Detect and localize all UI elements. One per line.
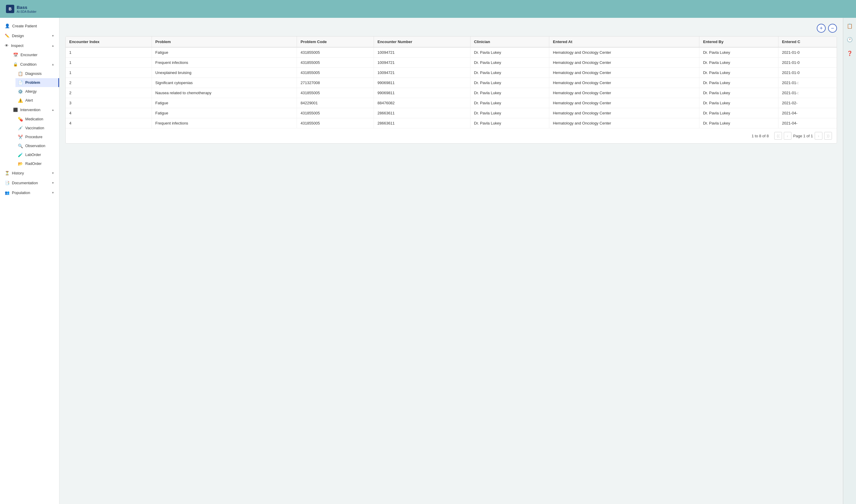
cell-0: 3 (66, 98, 151, 108)
remove-icon: − (831, 25, 834, 32)
cell-2: 84229001 (297, 98, 374, 108)
cell-4: Dr. Pavla Lukey (470, 88, 549, 98)
sidebar-item-laborder[interactable]: 🧪 LabOrder (16, 150, 59, 159)
logo-area: B Bass AI-SDA Builder (6, 5, 37, 13)
cell-4: Dr. Pavla Lukey (470, 58, 549, 68)
sidebar-item-encounter[interactable]: 📅 Encounter (11, 51, 59, 59)
cell-7: 2021-01-0 (778, 47, 837, 58)
pagination-first[interactable]: ⟨⟨ (774, 132, 782, 140)
main-layout: 👤 Create Patient ✏️ Design ▼ 👁 Inspect ▲… (0, 18, 856, 504)
sidebar-item-alert[interactable]: ⚠️ Alert (16, 96, 59, 105)
table-row[interactable]: 2Nausea related to chemotherapy431855005… (66, 88, 837, 98)
right-panel-icon3[interactable]: ❓ (845, 49, 854, 58)
cell-6: Dr. Pavla Lukey (699, 108, 778, 118)
table-container: Encounter Index Problem Problem Code Enc… (65, 36, 837, 144)
app-subtitle: AI-SDA Builder (17, 10, 37, 13)
table-row[interactable]: 4Fatigue43185500528663611Dr. Pavla Lukey… (66, 108, 837, 118)
diagnosis-label: Diagnosis (25, 72, 41, 76)
right-panel-icon2[interactable]: 🕐 (845, 35, 854, 44)
table-row[interactable]: 1Frequent infections43185500510094721Dr.… (66, 58, 837, 68)
cell-1: Unexplained bruising (151, 68, 297, 78)
condition-label: Condition (20, 62, 37, 67)
cell-1: Frequent infections (151, 118, 297, 128)
procedure-label: Procedure (25, 135, 42, 139)
cell-3: 99069811 (374, 88, 470, 98)
sidebar-item-documentation[interactable]: 📑 Documentation ▼ (0, 178, 59, 188)
cell-7: 2021-01-0 (778, 58, 837, 68)
toolbar: + − (65, 24, 837, 33)
alert-label: Alert (25, 98, 33, 103)
sidebar-item-condition[interactable]: 🔒 Condition ▲ (11, 59, 59, 69)
cell-2: 431855005 (297, 118, 374, 128)
population-label: Population (12, 191, 30, 195)
cell-1: Fatigue (151, 108, 297, 118)
right-panel-icon1[interactable]: 📋 (845, 21, 854, 30)
condition-chevron: ▲ (51, 63, 54, 66)
inspect-submenu: 📅 Encounter 🔒 Condition ▲ 📋 Diagnosis 📄 … (0, 51, 59, 168)
table-row[interactable]: 2Significant cytopenias27132700899069811… (66, 78, 837, 88)
table-row[interactable]: 1Unexplained bruising43185500510094721Dr… (66, 68, 837, 78)
radorder-icon: 📂 (18, 161, 23, 166)
intervention-label: Intervention (20, 108, 40, 112)
add-button[interactable]: + (817, 24, 826, 33)
cell-3: 28663611 (374, 118, 470, 128)
allergy-label: Allergy (25, 89, 37, 94)
sidebar-item-observation[interactable]: 🔍 Observation (16, 141, 59, 150)
pagination-next[interactable]: › (815, 132, 822, 140)
problem-table: Encounter Index Problem Problem Code Enc… (66, 37, 837, 128)
content-area: + − Encounter Index Problem Problem Code… (59, 18, 843, 504)
cell-0: 2 (66, 78, 151, 88)
intervention-chevron: ▲ (51, 108, 54, 111)
col-clinician: Clinician (470, 37, 549, 47)
inspect-chevron: ▲ (51, 44, 54, 47)
pagination-last[interactable]: ⟩⟩ (824, 132, 832, 140)
table-header: Encounter Index Problem Problem Code Enc… (66, 37, 837, 47)
cell-7: 2021-01-0 (778, 68, 837, 78)
cell-1: Nausea related to chemotherapy (151, 88, 297, 98)
sidebar-item-create-patient[interactable]: 👤 Create Patient (0, 21, 59, 31)
remove-button[interactable]: − (828, 24, 837, 33)
sidebar-item-medication[interactable]: 💊 Medication (16, 115, 59, 124)
pagination-prev[interactable]: ‹ (784, 132, 791, 140)
cell-7: 2021-04- (778, 118, 837, 128)
problem-icon: 📄 (18, 80, 23, 85)
cell-7: 2021-01-: (778, 88, 837, 98)
inspect-icon: 👁 (5, 43, 8, 48)
logo-icon: B (6, 5, 14, 13)
cell-5: Hematology and Oncology Center (549, 47, 699, 58)
sidebar-item-intervention[interactable]: ⬛ Intervention ▲ (11, 105, 59, 115)
sidebar-item-radorder[interactable]: 📂 RadOrder (16, 159, 59, 168)
medication-icon: 💊 (18, 117, 23, 122)
col-entered-c: Entered C (778, 37, 837, 47)
app-title: Bass (17, 5, 37, 10)
table-row[interactable]: 1Fatigue43185500510094721Dr. Pavla Lukey… (66, 47, 837, 58)
cell-0: 1 (66, 68, 151, 78)
cell-6: Dr. Pavla Lukey (699, 118, 778, 128)
design-chevron: ▼ (51, 34, 54, 37)
sidebar-item-problem[interactable]: 📄 Problem (16, 78, 59, 87)
sidebar-item-inspect[interactable]: 👁 Inspect ▲ (0, 41, 59, 51)
sidebar-item-population[interactable]: 👥 Population ▼ (0, 188, 59, 198)
cell-0: 4 (66, 108, 151, 118)
sidebar-item-allergy[interactable]: ⚙️ Allergy (16, 87, 59, 96)
table-row[interactable]: 3Fatigue8422900188476082Dr. Pavla LukeyH… (66, 98, 837, 108)
sidebar-item-design[interactable]: ✏️ Design ▼ (0, 31, 59, 41)
cell-4: Dr. Pavla Lukey (470, 47, 549, 58)
history-label: History (12, 171, 24, 175)
population-icon: 👥 (5, 191, 10, 195)
sidebar-item-history[interactable]: ⏳ History ▼ (0, 168, 59, 178)
inspect-label: Inspect (11, 43, 23, 48)
cell-5: Hematology and Oncology Center (549, 108, 699, 118)
cell-4: Dr. Pavla Lukey (470, 68, 549, 78)
sidebar-item-procedure[interactable]: ✂️ Procedure (16, 132, 59, 141)
sidebar-item-diagnosis[interactable]: 📋 Diagnosis (16, 69, 59, 78)
cell-3: 88476082 (374, 98, 470, 108)
vaccination-label: Vaccination (25, 126, 44, 130)
encounter-icon: 📅 (13, 53, 18, 57)
population-chevron: ▼ (51, 191, 54, 194)
documentation-icon: 📑 (5, 181, 10, 185)
cell-7: 2021-01-: (778, 78, 837, 88)
sidebar-item-vaccination[interactable]: 💉 Vaccination (16, 124, 59, 132)
cell-3: 10094721 (374, 58, 470, 68)
table-row[interactable]: 4Frequent infections43185500528663611Dr.… (66, 118, 837, 128)
